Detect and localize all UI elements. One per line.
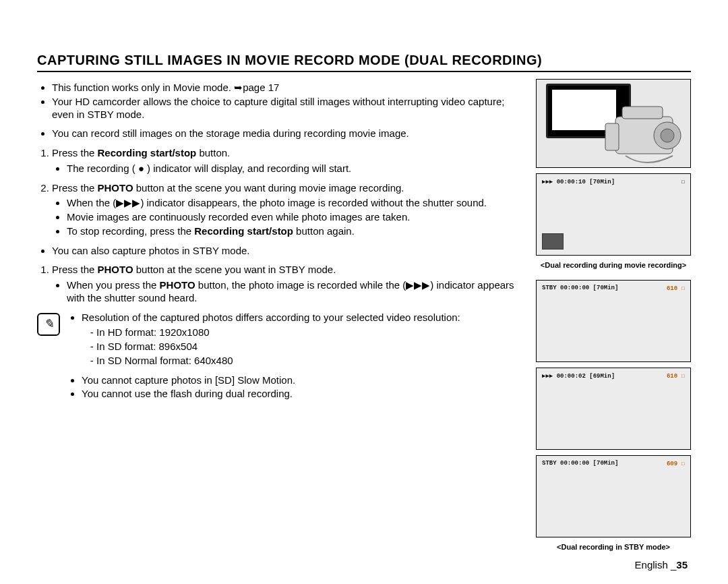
sec2-steps: Press the PHOTO button at the scene you …: [37, 264, 524, 304]
lcd-status-bar: ▶▶▶ 00:00:02 [69Min] 610 ☐: [542, 372, 685, 380]
note-item-2: You cannot capture photos in [SD] Slow M…: [82, 374, 524, 387]
sec1-lead-list: You can record still images on the stora…: [37, 127, 524, 140]
t: Press the: [52, 182, 98, 194]
lcd-left-text: STBY 00:00:00 [70Min]: [542, 285, 618, 292]
sec1-step2-sub2: Movie images are continuously recorded e…: [67, 211, 524, 224]
lcd-right-text: ☐: [681, 178, 685, 185]
t: button at the scene you want during movi…: [133, 182, 404, 194]
camcorder-body-icon: [585, 103, 686, 164]
t: Press the: [52, 147, 98, 158]
content-row: This function works only in Movie mode. …: [37, 79, 691, 562]
lcd-left-text: ▶▶▶ 00:00:10 [70Min]: [542, 178, 615, 185]
photo-label: PHOTO: [160, 279, 195, 291]
sec1-lead: You can record still images on the stora…: [52, 127, 524, 140]
triple-play-icon: ▶▶▶: [406, 279, 430, 291]
page-ref: ➥page 17: [234, 82, 279, 93]
lcd-recording-2: ▶▶▶ 00:00:02 [69Min] 610 ☐: [536, 368, 691, 450]
manual-page: CAPTURING STILL IMAGES IN MOVIE RECORD M…: [0, 0, 728, 584]
sec1-steps: Press the Recording start/stop button. T…: [37, 147, 524, 238]
note-list: Resolution of the captured photos differ…: [67, 312, 524, 401]
sec1-step-2: Press the PHOTO button at the scene you …: [52, 182, 524, 238]
lcd-status-bar: STBY 00:00:00 [70Min] 609 ☐: [542, 460, 685, 467]
lcd-status-bar: ▶▶▶ 00:00:10 [70Min] ☐: [542, 178, 685, 185]
intro-item-2: Your HD camcorder allows the choice to c…: [52, 96, 524, 121]
lcd-stby-2: STBY 00:00:00 [70Min] 609 ☐: [536, 455, 691, 537]
lcd-stby-1: STBY 00:00:00 [70Min] 610 ☐: [536, 280, 691, 362]
lcd-right-text: 610 ☐: [667, 285, 685, 292]
intro-item-1-text: This function works only in Movie mode.: [52, 82, 234, 93]
note-item-3: You cannot use the flash during dual rec…: [82, 388, 524, 401]
note-dash-1: In HD format: 1920x1080: [96, 326, 524, 339]
note-body: Resolution of the captured photos differ…: [67, 312, 524, 408]
photo-label: PHOTO: [98, 182, 133, 194]
sec1-step2-sub3: To stop recording, press the Recording s…: [67, 225, 524, 238]
intro-item-1: This function works only in Movie mode. …: [52, 82, 524, 94]
intro-list: This function works only in Movie mode. …: [37, 82, 524, 121]
svg-point-3: [661, 129, 674, 142]
photo-label: PHOTO: [98, 264, 133, 275]
sec2-step-1: Press the PHOTO button at the scene you …: [52, 264, 524, 304]
page-heading: CAPTURING STILL IMAGES IN MOVIE RECORD M…: [37, 53, 691, 72]
triple-play-icon: ▶▶▶: [116, 197, 140, 208]
t: Press the: [52, 264, 98, 275]
lcd-right-text: 609 ☐: [667, 460, 685, 467]
t: To stop recording, press the: [67, 225, 194, 237]
camcorder-illustration: [536, 79, 691, 168]
t: When the (: [67, 197, 116, 208]
note-item-1: Resolution of the captured photos differ…: [82, 312, 524, 368]
caption-recording: <Dual recording during movie recording>: [536, 261, 691, 269]
sec1-step1-sub: The recording ( ● ) indicator will displ…: [52, 163, 524, 175]
t: button at the scene you want in STBY mod…: [133, 264, 336, 275]
note-icon: ✎: [37, 313, 60, 336]
lcd-right-text: 610 ☐: [667, 372, 685, 380]
text-column: This function works only in Movie mode. …: [37, 79, 524, 562]
lcd-left-text: STBY 00:00:00 [70Min]: [542, 460, 618, 467]
svg-rect-1: [622, 107, 663, 119]
footer-page-number: 35: [676, 559, 688, 571]
lcd-recording-1: ▶▶▶ 00:00:10 [70Min] ☐: [536, 173, 691, 256]
recording-start-stop-label: Recording start/stop: [194, 225, 293, 237]
sec2-step1-sub1: When you press the PHOTO button, the pho…: [67, 279, 524, 305]
svg-rect-4: [605, 123, 619, 150]
t: When you press the: [67, 279, 160, 291]
sec2-lead-list: You can also capture photos in STBY mode…: [37, 245, 524, 258]
sec1-step2-sub: When the (▶▶▶) indicator disappears, the…: [52, 197, 524, 237]
footer-language: English _: [635, 559, 677, 571]
recording-start-stop-label: Recording start/stop: [98, 147, 197, 158]
sec2-lead: You can also capture photos in STBY mode…: [52, 245, 524, 258]
note-block: ✎ Resolution of the captured photos diff…: [37, 312, 524, 408]
t: button, the photo image is recorded whil…: [195, 279, 406, 291]
t: ) indicator disappears, the photo image …: [140, 197, 487, 208]
sec1-step1-sub1: The recording ( ● ) indicator will displ…: [67, 163, 524, 175]
t: button.: [196, 147, 230, 158]
lcd-status-bar: STBY 00:00:00 [70Min] 610 ☐: [542, 285, 685, 292]
lcd-left-text: ▶▶▶ 00:00:02 [69Min]: [542, 372, 615, 380]
page-footer: English _35: [635, 559, 688, 571]
caption-stby: <Dual recording in STBY mode>: [536, 543, 691, 551]
note-dash-list: In HD format: 1920x1080 In SD format: 89…: [82, 326, 524, 367]
t: Resolution of the captured photos differ…: [82, 312, 460, 323]
note-dash-3: In SD Normal format: 640x480: [96, 355, 524, 368]
sec2-step1-sub: When you press the PHOTO button, the pho…: [52, 279, 524, 305]
sec1-step2-sub1: When the (▶▶▶) indicator disappears, the…: [67, 197, 524, 210]
sec1-step-1: Press the Recording start/stop button. T…: [52, 147, 524, 175]
t: button again.: [293, 225, 355, 237]
note-dash-2: In SD format: 896x504: [96, 341, 524, 353]
figure-column: ▶▶▶ 00:00:10 [70Min] ☐ <Dual recording d…: [536, 79, 691, 562]
lcd-corner-icon: [542, 233, 564, 250]
